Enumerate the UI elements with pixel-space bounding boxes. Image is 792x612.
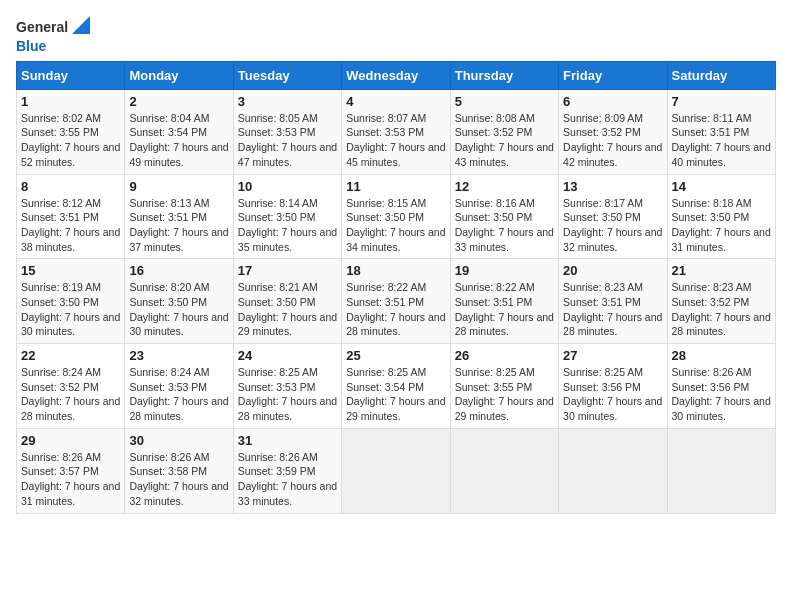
sunset-text: Sunset: 3:50 PM	[455, 211, 533, 223]
calendar-table: SundayMondayTuesdayWednesdayThursdayFrid…	[16, 61, 776, 514]
daylight-text: Daylight: 7 hours and 28 minutes.	[238, 395, 337, 422]
day-info: Sunrise: 8:25 AMSunset: 3:55 PMDaylight:…	[455, 365, 554, 424]
day-info: Sunrise: 8:24 AMSunset: 3:53 PMDaylight:…	[129, 365, 228, 424]
sunrise-text: Sunrise: 8:24 AM	[129, 366, 209, 378]
day-info: Sunrise: 8:26 AMSunset: 3:56 PMDaylight:…	[672, 365, 771, 424]
day-number: 14	[672, 179, 771, 194]
day-number: 22	[21, 348, 120, 363]
calendar-cell: 26Sunrise: 8:25 AMSunset: 3:55 PMDayligh…	[450, 344, 558, 429]
sunrise-text: Sunrise: 8:25 AM	[238, 366, 318, 378]
day-info: Sunrise: 8:18 AMSunset: 3:50 PMDaylight:…	[672, 196, 771, 255]
svg-marker-0	[72, 16, 90, 34]
sunset-text: Sunset: 3:52 PM	[455, 126, 533, 138]
calendar-cell: 30Sunrise: 8:26 AMSunset: 3:58 PMDayligh…	[125, 428, 233, 513]
sunset-text: Sunset: 3:51 PM	[455, 296, 533, 308]
daylight-text: Daylight: 7 hours and 32 minutes.	[129, 480, 228, 507]
calendar-cell	[559, 428, 667, 513]
calendar-cell: 3Sunrise: 8:05 AMSunset: 3:53 PMDaylight…	[233, 89, 341, 174]
day-number: 11	[346, 179, 445, 194]
day-info: Sunrise: 8:11 AMSunset: 3:51 PMDaylight:…	[672, 111, 771, 170]
logo-arrow-icon	[72, 16, 90, 34]
day-info: Sunrise: 8:25 AMSunset: 3:56 PMDaylight:…	[563, 365, 662, 424]
daylight-text: Daylight: 7 hours and 30 minutes.	[129, 311, 228, 338]
day-number: 6	[563, 94, 662, 109]
column-header-wednesday: Wednesday	[342, 61, 450, 89]
day-info: Sunrise: 8:14 AMSunset: 3:50 PMDaylight:…	[238, 196, 337, 255]
sunset-text: Sunset: 3:53 PM	[238, 381, 316, 393]
sunrise-text: Sunrise: 8:25 AM	[563, 366, 643, 378]
calendar-cell: 25Sunrise: 8:25 AMSunset: 3:54 PMDayligh…	[342, 344, 450, 429]
calendar-cell: 8Sunrise: 8:12 AMSunset: 3:51 PMDaylight…	[17, 174, 125, 259]
sunset-text: Sunset: 3:50 PM	[238, 211, 316, 223]
calendar-cell	[667, 428, 775, 513]
daylight-text: Daylight: 7 hours and 49 minutes.	[129, 141, 228, 168]
daylight-text: Daylight: 7 hours and 42 minutes.	[563, 141, 662, 168]
calendar-cell: 20Sunrise: 8:23 AMSunset: 3:51 PMDayligh…	[559, 259, 667, 344]
day-info: Sunrise: 8:20 AMSunset: 3:50 PMDaylight:…	[129, 280, 228, 339]
day-number: 12	[455, 179, 554, 194]
calendar-cell: 15Sunrise: 8:19 AMSunset: 3:50 PMDayligh…	[17, 259, 125, 344]
calendar-cell: 7Sunrise: 8:11 AMSunset: 3:51 PMDaylight…	[667, 89, 775, 174]
calendar-row-4: 22Sunrise: 8:24 AMSunset: 3:52 PMDayligh…	[17, 344, 776, 429]
sunrise-text: Sunrise: 8:26 AM	[238, 451, 318, 463]
day-number: 1	[21, 94, 120, 109]
sunrise-text: Sunrise: 8:16 AM	[455, 197, 535, 209]
sunrise-text: Sunrise: 8:18 AM	[672, 197, 752, 209]
daylight-text: Daylight: 7 hours and 30 minutes.	[672, 395, 771, 422]
calendar-cell: 21Sunrise: 8:23 AMSunset: 3:52 PMDayligh…	[667, 259, 775, 344]
daylight-text: Daylight: 7 hours and 33 minutes.	[238, 480, 337, 507]
sunrise-text: Sunrise: 8:08 AM	[455, 112, 535, 124]
daylight-text: Daylight: 7 hours and 31 minutes.	[21, 480, 120, 507]
sunset-text: Sunset: 3:52 PM	[672, 296, 750, 308]
daylight-text: Daylight: 7 hours and 37 minutes.	[129, 226, 228, 253]
sunrise-text: Sunrise: 8:23 AM	[563, 281, 643, 293]
calendar-cell: 10Sunrise: 8:14 AMSunset: 3:50 PMDayligh…	[233, 174, 341, 259]
day-number: 7	[672, 94, 771, 109]
calendar-cell: 18Sunrise: 8:22 AMSunset: 3:51 PMDayligh…	[342, 259, 450, 344]
day-number: 31	[238, 433, 337, 448]
calendar-cell: 9Sunrise: 8:13 AMSunset: 3:51 PMDaylight…	[125, 174, 233, 259]
day-info: Sunrise: 8:25 AMSunset: 3:53 PMDaylight:…	[238, 365, 337, 424]
sunrise-text: Sunrise: 8:26 AM	[21, 451, 101, 463]
day-number: 20	[563, 263, 662, 278]
day-info: Sunrise: 8:26 AMSunset: 3:59 PMDaylight:…	[238, 450, 337, 509]
calendar-cell: 1Sunrise: 8:02 AMSunset: 3:55 PMDaylight…	[17, 89, 125, 174]
daylight-text: Daylight: 7 hours and 28 minutes.	[21, 395, 120, 422]
daylight-text: Daylight: 7 hours and 45 minutes.	[346, 141, 445, 168]
logo-general: General	[16, 19, 68, 35]
day-info: Sunrise: 8:22 AMSunset: 3:51 PMDaylight:…	[346, 280, 445, 339]
sunrise-text: Sunrise: 8:09 AM	[563, 112, 643, 124]
daylight-text: Daylight: 7 hours and 28 minutes.	[129, 395, 228, 422]
daylight-text: Daylight: 7 hours and 32 minutes.	[563, 226, 662, 253]
column-header-friday: Friday	[559, 61, 667, 89]
day-number: 21	[672, 263, 771, 278]
logo-blue: Blue	[16, 38, 46, 54]
day-info: Sunrise: 8:24 AMSunset: 3:52 PMDaylight:…	[21, 365, 120, 424]
day-info: Sunrise: 8:04 AMSunset: 3:54 PMDaylight:…	[129, 111, 228, 170]
day-number: 10	[238, 179, 337, 194]
sunset-text: Sunset: 3:51 PM	[346, 296, 424, 308]
sunrise-text: Sunrise: 8:13 AM	[129, 197, 209, 209]
daylight-text: Daylight: 7 hours and 33 minutes.	[455, 226, 554, 253]
day-number: 2	[129, 94, 228, 109]
sunrise-text: Sunrise: 8:26 AM	[129, 451, 209, 463]
calendar-cell	[342, 428, 450, 513]
day-number: 27	[563, 348, 662, 363]
sunset-text: Sunset: 3:56 PM	[672, 381, 750, 393]
day-info: Sunrise: 8:07 AMSunset: 3:53 PMDaylight:…	[346, 111, 445, 170]
calendar-cell: 5Sunrise: 8:08 AMSunset: 3:52 PMDaylight…	[450, 89, 558, 174]
day-info: Sunrise: 8:08 AMSunset: 3:52 PMDaylight:…	[455, 111, 554, 170]
day-number: 13	[563, 179, 662, 194]
sunrise-text: Sunrise: 8:26 AM	[672, 366, 752, 378]
day-info: Sunrise: 8:26 AMSunset: 3:58 PMDaylight:…	[129, 450, 228, 509]
sunrise-text: Sunrise: 8:20 AM	[129, 281, 209, 293]
calendar-cell: 4Sunrise: 8:07 AMSunset: 3:53 PMDaylight…	[342, 89, 450, 174]
day-number: 25	[346, 348, 445, 363]
day-info: Sunrise: 8:12 AMSunset: 3:51 PMDaylight:…	[21, 196, 120, 255]
day-number: 16	[129, 263, 228, 278]
day-number: 15	[21, 263, 120, 278]
day-info: Sunrise: 8:13 AMSunset: 3:51 PMDaylight:…	[129, 196, 228, 255]
day-number: 3	[238, 94, 337, 109]
sunrise-text: Sunrise: 8:04 AM	[129, 112, 209, 124]
sunrise-text: Sunrise: 8:22 AM	[455, 281, 535, 293]
